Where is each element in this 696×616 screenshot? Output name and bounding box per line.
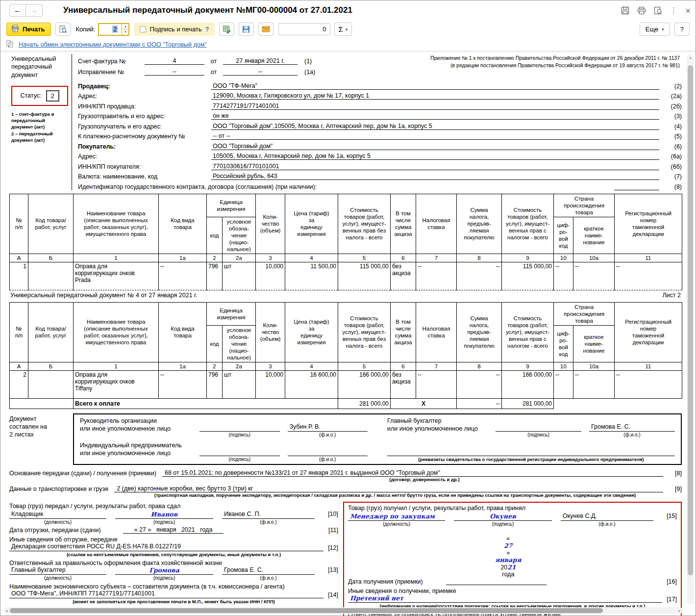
code-cell: 7 bbox=[416, 254, 457, 262]
col-header: Стоимость товаров (работ, услуг), имущес… bbox=[502, 302, 554, 362]
cell-kind: -- bbox=[159, 370, 207, 398]
back-arrow-icon: ← bbox=[14, 6, 22, 15]
code-cell: А bbox=[10, 362, 28, 370]
more-button[interactable]: Еще ▾ bbox=[640, 23, 670, 36]
field-value: 7701030616/770101001 bbox=[211, 163, 659, 170]
cell-npp: 2 bbox=[10, 370, 28, 398]
form-title: Универсальный передаточный документ bbox=[11, 55, 69, 79]
receive-date-value: « 27 » января 2021 года bbox=[446, 528, 547, 585]
signature-section: Документ составлен на 2 листах Руководит… bbox=[9, 413, 682, 465]
code-cell: Б bbox=[28, 254, 74, 262]
code-cell: 2 bbox=[207, 254, 223, 262]
field-value: 7714277191/771401001 bbox=[211, 103, 659, 110]
col-header: циф- ро- вой код bbox=[554, 325, 573, 362]
vertical-scroll-thumb[interactable] bbox=[688, 65, 693, 575]
transport-caption: (транспортная накладная, поручение экспе… bbox=[127, 492, 663, 498]
scroll-up-icon[interactable]: ▲ bbox=[687, 54, 694, 59]
edo-exchange-icon bbox=[6, 40, 14, 50]
cell-unit-code: 796 bbox=[207, 370, 223, 398]
table-row: 1 Оправа для корригирующих очков Prada -… bbox=[10, 262, 682, 290]
more-menu-icon[interactable]: ⋮ bbox=[670, 6, 677, 15]
preview-icon[interactable] bbox=[654, 6, 662, 15]
print-button-label: Печать bbox=[23, 26, 45, 33]
edo-link[interactable]: Начать обмен электронными документами с … bbox=[19, 41, 207, 48]
copies-input[interactable]: 2 ▲ ▼ bbox=[98, 23, 129, 36]
col-header: код bbox=[207, 217, 223, 254]
position-caption: (должность) bbox=[9, 575, 106, 581]
fio-value: Окунев С.Д. bbox=[561, 513, 653, 521]
field-code: (2) bbox=[659, 83, 682, 90]
appendix-note: Приложение № 1 к постановлению Правитель… bbox=[430, 54, 682, 76]
code-cell: 11 bbox=[615, 362, 682, 370]
row-code: [13] bbox=[323, 566, 338, 573]
ship-date-label: Дата отгрузки, передачи (сдачи) bbox=[9, 527, 123, 534]
invoice-number: 4 bbox=[145, 57, 204, 65]
fio-value: Иванов С. П. bbox=[222, 511, 315, 519]
spinner-down-icon[interactable]: ▼ bbox=[122, 29, 128, 35]
horizontal-scroll-thumb[interactable] bbox=[10, 608, 603, 613]
scroll-right-icon[interactable]: ► bbox=[676, 609, 683, 613]
cell-excise: без акциза bbox=[391, 370, 416, 398]
fio-caption: (ф.и.о.) bbox=[589, 432, 675, 437]
sum-button[interactable]: Σ ▾ bbox=[334, 23, 352, 36]
doc-header-main: Счет-фактура № 4 от 27 января 2021 г. (1… bbox=[72, 54, 682, 190]
position-value: Кладовщик bbox=[9, 511, 106, 519]
other-receipt-label: Иные сведения о получении, приемке bbox=[348, 588, 677, 594]
receive-date-day: 27 bbox=[504, 542, 512, 549]
save-icon[interactable] bbox=[621, 6, 629, 15]
cell-tax: -- bbox=[457, 370, 502, 398]
field-value: он же bbox=[211, 112, 659, 120]
toolbar: Печать Копий: 2 ▲ ▼ Подпись и печать ? 0… bbox=[0, 20, 696, 38]
field-code: (8) bbox=[659, 183, 682, 190]
field-value: 105005, Москва г, Аптекарский пер, дом №… bbox=[211, 153, 659, 160]
cell-net: 166 000,00 bbox=[338, 370, 391, 398]
back-button[interactable]: ← bbox=[9, 4, 26, 17]
correction-code: (1а) bbox=[301, 69, 319, 76]
col-header: Коли- чество (объем) bbox=[256, 194, 285, 254]
basis-code: [8] bbox=[663, 470, 682, 477]
help-button[interactable]: ? bbox=[674, 23, 690, 36]
spinner-up-icon[interactable]: ▲ bbox=[122, 24, 128, 30]
sign-and-print-checkbox[interactable] bbox=[140, 26, 146, 32]
floppy-icon bbox=[242, 26, 250, 33]
cell-country-name: -- bbox=[573, 262, 615, 290]
print-button[interactable]: Печать bbox=[6, 23, 51, 36]
chief-accountant-label: Главный бухгалтер или иное уполномоченно… bbox=[387, 417, 488, 433]
fio-caption: (ф.и.о.) bbox=[288, 456, 368, 462]
receive-date-year: 21 bbox=[507, 564, 516, 571]
code-cell: 10 bbox=[554, 254, 573, 262]
forward-button[interactable]: → bbox=[26, 4, 43, 17]
field-code: (6б) bbox=[659, 163, 682, 170]
code-cell: 1а bbox=[159, 362, 207, 370]
field-label: ИНН/КПП продавца: bbox=[78, 103, 211, 110]
entity-value: ООО "ТФ-Мега", ИНН/КПП 7714277191/771401… bbox=[9, 590, 323, 598]
col-header: Сумма налога, предъяв- ляемая покупателю bbox=[457, 194, 502, 254]
close-icon[interactable]: × bbox=[685, 6, 691, 15]
open-spreadsheet-button[interactable] bbox=[219, 23, 234, 36]
vertical-scrollbar[interactable]: ▲ bbox=[687, 54, 694, 605]
col-header: № п/п bbox=[10, 194, 28, 254]
col-header: Налоговая ставка bbox=[416, 302, 457, 362]
scroll-left-icon[interactable]: ◄ bbox=[3, 609, 10, 613]
code-cell: 1а bbox=[159, 254, 207, 262]
field-label: Идентификатор государственного контракта… bbox=[78, 183, 317, 190]
code-cell: 1 bbox=[74, 362, 159, 370]
horizontal-scrollbar[interactable]: ◄ ► bbox=[3, 607, 683, 614]
fio-value: Громова Е. С. bbox=[589, 423, 675, 432]
sheet2-label: Лист 2 bbox=[662, 292, 681, 299]
transport-code: [9] bbox=[663, 486, 682, 492]
send-email-button[interactable] bbox=[258, 23, 273, 36]
signature-line bbox=[199, 423, 280, 432]
col-header: краткое наиме- нование bbox=[573, 325, 615, 362]
sum-field[interactable]: 0 bbox=[278, 23, 330, 35]
col-header: условное обозна- чение (нацио- нальное) bbox=[223, 325, 256, 362]
position-caption: (должность) bbox=[9, 519, 106, 525]
print-preview-button[interactable] bbox=[55, 23, 71, 36]
save-file-button[interactable] bbox=[239, 23, 254, 36]
total-net: 281 000,00 bbox=[338, 398, 391, 409]
print-icon[interactable] bbox=[637, 6, 646, 15]
sign-help-icon[interactable]: ? bbox=[205, 26, 209, 33]
copies-spinner[interactable]: ▲ ▼ bbox=[122, 24, 128, 35]
position-value: Менеджер по закупкам bbox=[348, 513, 445, 521]
field-code: (2а) bbox=[659, 93, 682, 100]
